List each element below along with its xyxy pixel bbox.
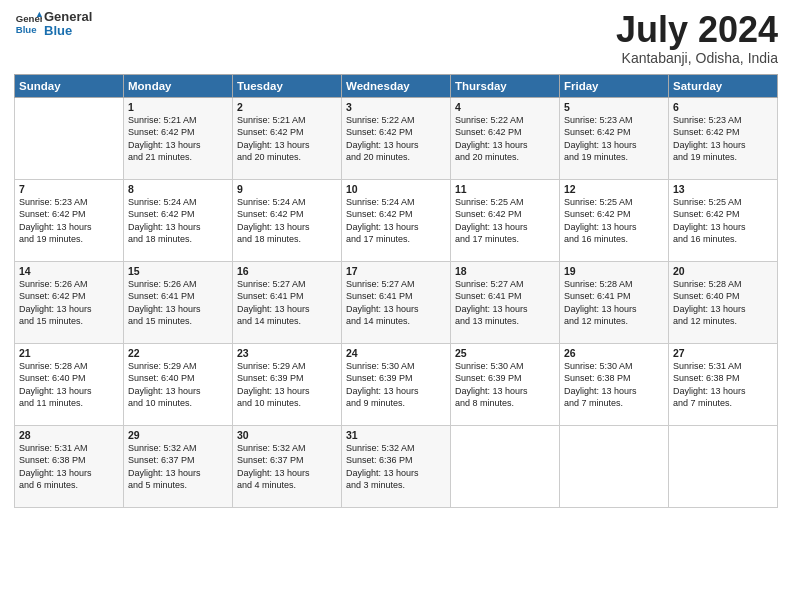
header-wednesday: Wednesday xyxy=(342,74,451,97)
day-info: Sunrise: 5:31 AM Sunset: 6:38 PM Dayligh… xyxy=(19,442,119,492)
day-number: 16 xyxy=(237,265,337,277)
calendar-week-row: 14Sunrise: 5:26 AM Sunset: 6:42 PM Dayli… xyxy=(15,261,778,343)
day-number: 26 xyxy=(564,347,664,359)
calendar-cell: 31Sunrise: 5:32 AM Sunset: 6:36 PM Dayli… xyxy=(342,425,451,507)
calendar-table: SundayMondayTuesdayWednesdayThursdayFrid… xyxy=(14,74,778,508)
calendar-cell: 17Sunrise: 5:27 AM Sunset: 6:41 PM Dayli… xyxy=(342,261,451,343)
day-info: Sunrise: 5:26 AM Sunset: 6:41 PM Dayligh… xyxy=(128,278,228,328)
day-number: 20 xyxy=(673,265,773,277)
location-text: Kantabanji, Odisha, India xyxy=(616,50,778,66)
day-number: 18 xyxy=(455,265,555,277)
svg-text:Blue: Blue xyxy=(16,24,37,35)
calendar-week-row: 1Sunrise: 5:21 AM Sunset: 6:42 PM Daylig… xyxy=(15,97,778,179)
day-info: Sunrise: 5:24 AM Sunset: 6:42 PM Dayligh… xyxy=(346,196,446,246)
calendar-cell: 4Sunrise: 5:22 AM Sunset: 6:42 PM Daylig… xyxy=(451,97,560,179)
day-info: Sunrise: 5:22 AM Sunset: 6:42 PM Dayligh… xyxy=(455,114,555,164)
day-number: 12 xyxy=(564,183,664,195)
day-number: 7 xyxy=(19,183,119,195)
calendar-cell: 3Sunrise: 5:22 AM Sunset: 6:42 PM Daylig… xyxy=(342,97,451,179)
calendar-cell xyxy=(15,97,124,179)
day-number: 1 xyxy=(128,101,228,113)
day-number: 3 xyxy=(346,101,446,113)
calendar-cell: 11Sunrise: 5:25 AM Sunset: 6:42 PM Dayli… xyxy=(451,179,560,261)
calendar-cell: 25Sunrise: 5:30 AM Sunset: 6:39 PM Dayli… xyxy=(451,343,560,425)
day-info: Sunrise: 5:25 AM Sunset: 6:42 PM Dayligh… xyxy=(673,196,773,246)
day-info: Sunrise: 5:23 AM Sunset: 6:42 PM Dayligh… xyxy=(564,114,664,164)
day-info: Sunrise: 5:28 AM Sunset: 6:40 PM Dayligh… xyxy=(673,278,773,328)
calendar-cell: 26Sunrise: 5:30 AM Sunset: 6:38 PM Dayli… xyxy=(560,343,669,425)
header-thursday: Thursday xyxy=(451,74,560,97)
calendar-cell: 30Sunrise: 5:32 AM Sunset: 6:37 PM Dayli… xyxy=(233,425,342,507)
day-info: Sunrise: 5:23 AM Sunset: 6:42 PM Dayligh… xyxy=(19,196,119,246)
day-number: 14 xyxy=(19,265,119,277)
day-number: 9 xyxy=(237,183,337,195)
day-number: 8 xyxy=(128,183,228,195)
day-info: Sunrise: 5:27 AM Sunset: 6:41 PM Dayligh… xyxy=(346,278,446,328)
day-info: Sunrise: 5:25 AM Sunset: 6:42 PM Dayligh… xyxy=(564,196,664,246)
day-number: 6 xyxy=(673,101,773,113)
day-info: Sunrise: 5:28 AM Sunset: 6:41 PM Dayligh… xyxy=(564,278,664,328)
calendar-cell: 21Sunrise: 5:28 AM Sunset: 6:40 PM Dayli… xyxy=(15,343,124,425)
day-number: 10 xyxy=(346,183,446,195)
logo-general-text: General xyxy=(44,10,92,24)
logo: General Blue General Blue xyxy=(14,10,92,39)
day-info: Sunrise: 5:30 AM Sunset: 6:38 PM Dayligh… xyxy=(564,360,664,410)
day-info: Sunrise: 5:24 AM Sunset: 6:42 PM Dayligh… xyxy=(237,196,337,246)
day-number: 28 xyxy=(19,429,119,441)
header-friday: Friday xyxy=(560,74,669,97)
header-sunday: Sunday xyxy=(15,74,124,97)
day-number: 11 xyxy=(455,183,555,195)
day-info: Sunrise: 5:26 AM Sunset: 6:42 PM Dayligh… xyxy=(19,278,119,328)
calendar-cell: 18Sunrise: 5:27 AM Sunset: 6:41 PM Dayli… xyxy=(451,261,560,343)
day-number: 31 xyxy=(346,429,446,441)
day-info: Sunrise: 5:28 AM Sunset: 6:40 PM Dayligh… xyxy=(19,360,119,410)
day-number: 30 xyxy=(237,429,337,441)
day-info: Sunrise: 5:30 AM Sunset: 6:39 PM Dayligh… xyxy=(346,360,446,410)
header-saturday: Saturday xyxy=(669,74,778,97)
logo-blue-text: Blue xyxy=(44,24,92,38)
day-info: Sunrise: 5:24 AM Sunset: 6:42 PM Dayligh… xyxy=(128,196,228,246)
day-number: 25 xyxy=(455,347,555,359)
calendar-cell: 22Sunrise: 5:29 AM Sunset: 6:40 PM Dayli… xyxy=(124,343,233,425)
day-info: Sunrise: 5:32 AM Sunset: 6:37 PM Dayligh… xyxy=(237,442,337,492)
day-info: Sunrise: 5:21 AM Sunset: 6:42 PM Dayligh… xyxy=(237,114,337,164)
calendar-cell: 16Sunrise: 5:27 AM Sunset: 6:41 PM Dayli… xyxy=(233,261,342,343)
calendar-cell: 10Sunrise: 5:24 AM Sunset: 6:42 PM Dayli… xyxy=(342,179,451,261)
calendar-cell: 27Sunrise: 5:31 AM Sunset: 6:38 PM Dayli… xyxy=(669,343,778,425)
calendar-cell: 8Sunrise: 5:24 AM Sunset: 6:42 PM Daylig… xyxy=(124,179,233,261)
calendar-cell: 2Sunrise: 5:21 AM Sunset: 6:42 PM Daylig… xyxy=(233,97,342,179)
day-number: 4 xyxy=(455,101,555,113)
day-number: 29 xyxy=(128,429,228,441)
calendar-header-row: SundayMondayTuesdayWednesdayThursdayFrid… xyxy=(15,74,778,97)
calendar-cell xyxy=(669,425,778,507)
day-info: Sunrise: 5:22 AM Sunset: 6:42 PM Dayligh… xyxy=(346,114,446,164)
day-info: Sunrise: 5:27 AM Sunset: 6:41 PM Dayligh… xyxy=(237,278,337,328)
day-number: 21 xyxy=(19,347,119,359)
calendar-cell xyxy=(560,425,669,507)
day-info: Sunrise: 5:29 AM Sunset: 6:39 PM Dayligh… xyxy=(237,360,337,410)
calendar-cell: 19Sunrise: 5:28 AM Sunset: 6:41 PM Dayli… xyxy=(560,261,669,343)
calendar-week-row: 21Sunrise: 5:28 AM Sunset: 6:40 PM Dayli… xyxy=(15,343,778,425)
calendar-cell: 1Sunrise: 5:21 AM Sunset: 6:42 PM Daylig… xyxy=(124,97,233,179)
day-info: Sunrise: 5:25 AM Sunset: 6:42 PM Dayligh… xyxy=(455,196,555,246)
calendar-cell: 9Sunrise: 5:24 AM Sunset: 6:42 PM Daylig… xyxy=(233,179,342,261)
day-number: 19 xyxy=(564,265,664,277)
calendar-cell: 29Sunrise: 5:32 AM Sunset: 6:37 PM Dayli… xyxy=(124,425,233,507)
month-title: July 2024 xyxy=(616,10,778,50)
calendar-cell: 15Sunrise: 5:26 AM Sunset: 6:41 PM Dayli… xyxy=(124,261,233,343)
calendar-cell: 7Sunrise: 5:23 AM Sunset: 6:42 PM Daylig… xyxy=(15,179,124,261)
day-info: Sunrise: 5:32 AM Sunset: 6:37 PM Dayligh… xyxy=(128,442,228,492)
day-number: 23 xyxy=(237,347,337,359)
day-info: Sunrise: 5:29 AM Sunset: 6:40 PM Dayligh… xyxy=(128,360,228,410)
calendar-cell: 6Sunrise: 5:23 AM Sunset: 6:42 PM Daylig… xyxy=(669,97,778,179)
calendar-cell: 20Sunrise: 5:28 AM Sunset: 6:40 PM Dayli… xyxy=(669,261,778,343)
calendar-cell: 12Sunrise: 5:25 AM Sunset: 6:42 PM Dayli… xyxy=(560,179,669,261)
calendar-week-row: 7Sunrise: 5:23 AM Sunset: 6:42 PM Daylig… xyxy=(15,179,778,261)
day-number: 27 xyxy=(673,347,773,359)
header-monday: Monday xyxy=(124,74,233,97)
calendar-cell: 24Sunrise: 5:30 AM Sunset: 6:39 PM Dayli… xyxy=(342,343,451,425)
day-number: 2 xyxy=(237,101,337,113)
day-number: 13 xyxy=(673,183,773,195)
day-info: Sunrise: 5:23 AM Sunset: 6:42 PM Dayligh… xyxy=(673,114,773,164)
calendar-week-row: 28Sunrise: 5:31 AM Sunset: 6:38 PM Dayli… xyxy=(15,425,778,507)
